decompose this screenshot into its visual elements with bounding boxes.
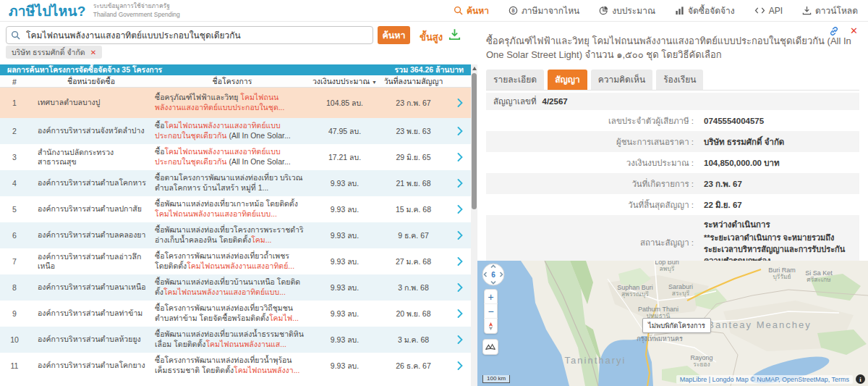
nav-item-bar-chart[interactable]: จัดซื้อจัดจ้าง	[675, 4, 735, 17]
field-label: เลขประจำตัวผู้เสียภาษี :	[486, 114, 694, 127]
detail-tab[interactable]: ความคิดเห็น	[591, 70, 652, 90]
row-number: 9	[0, 309, 29, 318]
row-date: 26 ธ.ค. 67	[378, 360, 448, 372]
table-row[interactable]: 10 องค์การบริหารส่วนตำบลห้วยยูง ซื้อพัฒน…	[0, 327, 471, 353]
row-amount: 104.85 ลบ.	[311, 97, 378, 109]
row-agency: องค์การบริหารส่วนตำบลปกาสัย	[29, 203, 153, 215]
row-date: 27 ม.ค. 68	[378, 256, 448, 268]
detail-tab[interactable]: รายละเอียด	[486, 70, 544, 90]
nav-item-search[interactable]: ค้นหา	[454, 4, 489, 17]
pie-chart-icon	[599, 6, 608, 15]
search-button[interactable]: ค้นหา	[378, 26, 410, 44]
contract-number-label: สัญญาเลขที่	[493, 95, 537, 108]
filter-remove-icon[interactable]: ✕	[90, 49, 96, 56]
row-number: 2	[0, 127, 29, 135]
project-text-plain: ซื้อ	[155, 121, 164, 130]
search-box	[6, 26, 373, 44]
bar-chart-icon	[675, 6, 684, 15]
nav-item-code[interactable]: API	[754, 6, 783, 16]
col-amount-sort[interactable]: วงเงินงบประมาณ ▼	[311, 75, 378, 88]
table-row[interactable]: 11 องค์การบริหารส่วนตำบลโคกยาง ซื้อโครงก…	[0, 353, 471, 379]
row-project: ซื้อพัฒนาแหล่งท่องเที่ยวโครงการพระราชดำร…	[153, 223, 311, 247]
row-project: ซื้อตามโครงการพัฒนาแหล่งท่องเที่ยว บริเว…	[153, 171, 311, 195]
detail-tab[interactable]: ร้องเรียน	[656, 70, 703, 90]
field-label: วงเงินงบประมาณ :	[486, 156, 694, 169]
row-chevron-icon[interactable]	[448, 257, 471, 266]
zoom-out-button[interactable]: −	[484, 304, 498, 319]
row-chevron-icon[interactable]	[448, 205, 471, 214]
nav-item-coin[interactable]: ฿ ภาษีมาจากไหน	[509, 4, 579, 17]
row-project: ซื้อโครงการพัฒนาแหล่งท่องเที่ยววิถีชุมชน…	[153, 301, 311, 325]
row-chevron-icon[interactable]	[448, 335, 471, 344]
field-label: สถานะสัญญา :	[486, 236, 694, 249]
map[interactable]: Lop Buri ลพบุรี Suphan Buri สุพรรณบุรี S…	[477, 261, 868, 386]
row-chevron-icon[interactable]	[448, 231, 471, 240]
contract-number-row: สัญญาเลขที่ 4/2567	[486, 93, 859, 110]
col-project: ชื่อโครงการ	[153, 75, 311, 88]
zoom-in-button[interactable]: +	[484, 290, 498, 304]
compass-button[interactable]	[484, 319, 498, 333]
row-number: 7	[0, 257, 29, 266]
nav-item-download[interactable]: ดาวน์โหลด	[802, 4, 858, 17]
table-row[interactable]: 1 เทศบาลตำบลบางปู ซื้อครุภัณฑ์ไฟฟ้าและวิ…	[0, 88, 471, 118]
row-amount: 9.93 ลบ.	[311, 360, 378, 372]
table-row[interactable]: 6 องค์การบริหารส่วนตำบลคลองยา ซื้อพัฒนาแ…	[0, 222, 471, 248]
table-row[interactable]: 9 องค์การบริหารส่วนตำบลท่าข้าม ซื้อโครงก…	[0, 301, 471, 327]
download-icon	[802, 6, 812, 15]
attribution-info-icon[interactable]: i	[856, 374, 865, 384]
project-text-match: โคมไฟ...	[269, 314, 299, 322]
row-chevron-icon[interactable]	[448, 179, 471, 188]
filter-tag-label: บริษัท ธรรมศักดิ์ จำกัด	[12, 46, 85, 59]
row-agency: องค์การบริหารส่วนตำบลท่าข้าม	[29, 307, 153, 319]
row-chevron-icon[interactable]	[448, 153, 471, 161]
row-project: ซื้อพัฒนาแหล่งท่องเที่ยวเกาะหม้อ โดยติดต…	[153, 197, 311, 221]
field-value: 104,850,000.00 บาท	[704, 159, 779, 167]
attribution-links[interactable]: MapLibre | Longdo Map © NuMAP, OpenStree…	[676, 375, 853, 384]
advanced-search-link[interactable]: ขั้นสูง	[420, 30, 443, 45]
table-row[interactable]: 3 สำนักงานปลัดกระทรวงสาธารณสุข ซื้อโคมไฟ…	[0, 144, 471, 170]
row-chevron-icon[interactable]	[448, 309, 471, 318]
row-chevron-icon[interactable]	[448, 361, 471, 370]
row-number: 3	[0, 153, 29, 161]
row-date: 21 พ.ย. 68	[378, 177, 448, 190]
svg-text:6: 6	[491, 271, 495, 279]
nav-item-pie-chart[interactable]: งบประมาณ	[599, 4, 655, 17]
app-logo[interactable]: ภาษีไปไหน?	[9, 0, 86, 22]
row-amount: 9.93 ลบ.	[311, 334, 378, 346]
col-date: วันที่ลงนามสัญญา	[378, 75, 448, 88]
row-agency: องค์การบริหารส่วนตำบลโคกหาร	[29, 177, 153, 189]
field-value: ระหว่างดำเนินการ	[704, 220, 770, 229]
table-row[interactable]: 7 องค์การบริหารส่วนตำบลอ่าวลึกเหนือ ซื้อ…	[0, 248, 471, 274]
row-chevron-icon[interactable]	[448, 98, 471, 107]
table-row[interactable]: 8 องค์การบริหารส่วนตำบลนาเหนือ ซื้อพัฒนา…	[0, 274, 471, 301]
app-subtitle-th: ระบบข้อมูลการใช้จ่ายภาครัฐ	[93, 2, 170, 9]
row-date: 9 ธ.ค. 67	[378, 230, 448, 242]
results-count: ผลการค้นหาโครงการจัดซื้อจัดจ้าง 35 โครงก…	[7, 64, 162, 76]
row-number: 4	[0, 179, 29, 188]
row-chevron-icon[interactable]	[448, 127, 471, 135]
page: ภาษีไปไหน? ระบบข้อมูลการใช้จ่ายภาครัฐ Th…	[0, 0, 868, 386]
scrollbar-thumb[interactable]	[472, 73, 477, 209]
code-icon	[754, 7, 765, 14]
field-value: 22 มิ.ย. 67	[704, 201, 742, 209]
results-table-body: 1 เทศบาลตำบลบางปู ซื้อครุภัณฑ์ไฟฟ้าและวิ…	[0, 88, 471, 379]
download-results-icon[interactable]	[448, 28, 461, 43]
project-text-match: โคมไฟถนนพลังงานแสงอาทิตย์แบบ...	[163, 288, 286, 296]
table-row[interactable]: 4 องค์การบริหารส่วนตำบลโคกหาร ซื้อตามโคร…	[0, 170, 471, 196]
project-text-tail: (All In One Solar...	[227, 157, 291, 166]
table-scrollbar[interactable]	[471, 64, 477, 386]
field-value: 0745554004575	[704, 117, 764, 125]
scrollbar-up-arrow[interactable]	[472, 67, 477, 70]
search-input[interactable]	[6, 26, 373, 44]
contract-fields: เลขประจำตัวผู้เสียภาษี : 0745554004575 ผ…	[486, 110, 859, 270]
row-project: ซื้อครุภัณฑ์ไฟฟ้าและวิทยุ โคมไฟถนนพลังงา…	[153, 91, 311, 114]
table-row[interactable]: 5 องค์การบริหารส่วนตำบลปกาสัย ซื้อพัฒนาแ…	[0, 196, 471, 222]
project-title: ซื้อครุภัณฑ์ไฟฟ้าและวิทยุ โคมไฟถนนพลังงา…	[486, 34, 856, 62]
map-pan-control[interactable]: 6	[482, 263, 505, 289]
detail-tab[interactable]: สัญญา	[548, 70, 587, 90]
row-date: 23 พ.ย. 63	[378, 125, 448, 138]
table-row[interactable]: 2 องค์การบริหารส่วนจังหวัดลำปาง ซื้อโคมไ…	[0, 118, 471, 144]
contract-field-row: วงเงินงบประมาณ : 104,850,000.00 บาท	[486, 152, 859, 173]
terrain-toggle-button[interactable]	[482, 339, 498, 355]
row-chevron-icon[interactable]	[448, 283, 471, 292]
